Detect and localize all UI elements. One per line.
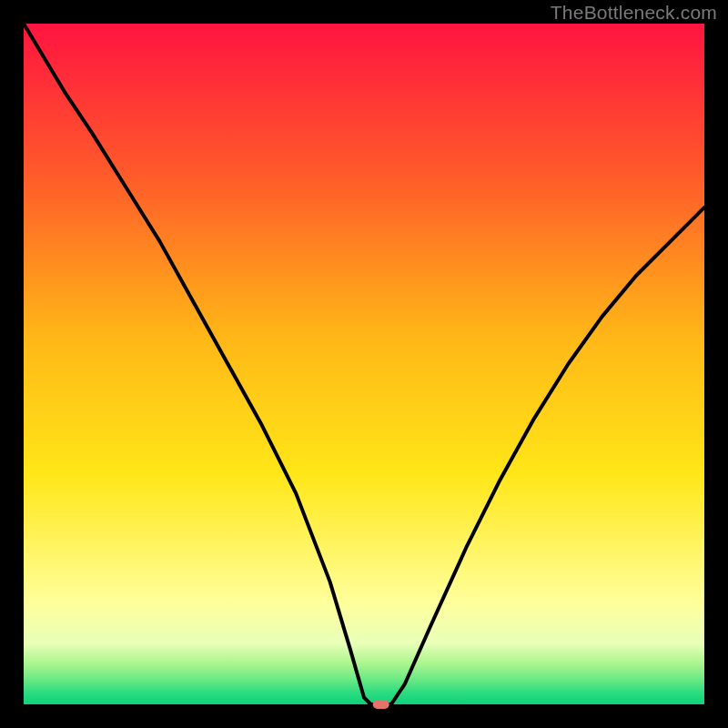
gradient-background bbox=[24, 24, 704, 704]
bottleneck-chart bbox=[0, 0, 728, 728]
optimum-marker bbox=[373, 700, 389, 709]
watermark-text: TheBottleneck.com bbox=[551, 2, 717, 24]
chart-frame: TheBottleneck.com bbox=[0, 0, 728, 728]
